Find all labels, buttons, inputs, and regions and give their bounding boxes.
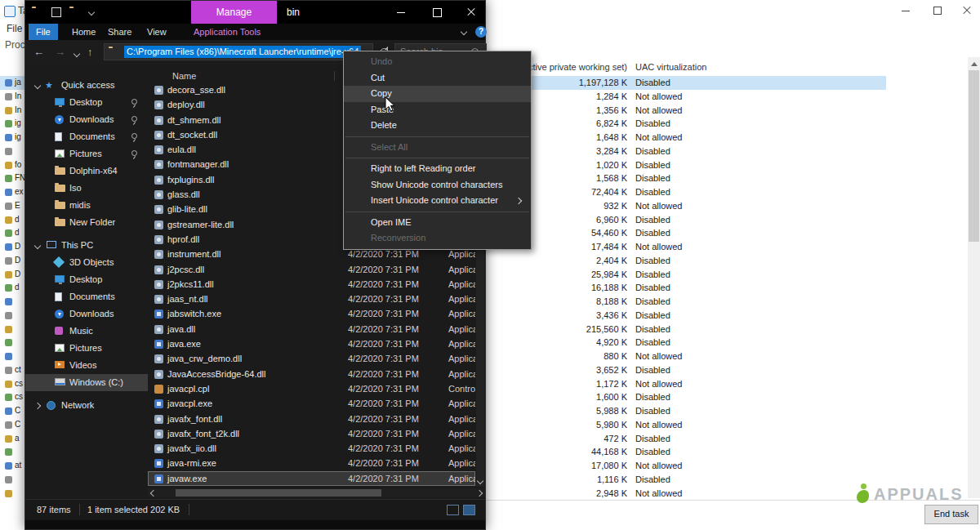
process-row-fragment[interactable]: D (0, 268, 24, 282)
file-row[interactable]: javacpl.exe4/2/2020 7:31 PMApplica (148, 396, 475, 411)
sidebar-item-iso[interactable]: Iso (25, 180, 148, 197)
context-menu-item-show-unicode-control-characters[interactable]: Show Unicode control characters (344, 177, 531, 194)
explorer-minimize-button[interactable] (388, 1, 414, 24)
process-row[interactable]: 72,404 KDisabled (486, 185, 886, 199)
process-row-fragment[interactable] (0, 295, 24, 309)
process-row[interactable]: 1,284 KNot allowed (486, 90, 886, 104)
process-row[interactable]: 4,920 KDisabled (486, 336, 886, 350)
scroll-right-icon[interactable] (476, 490, 483, 497)
tm-menu-file[interactable]: File (7, 23, 22, 34)
forward-icon[interactable]: → (55, 46, 65, 58)
history-chevron-icon[interactable] (74, 51, 80, 57)
file-row[interactable]: javaw.exe4/2/2020 7:31 PMApplica (148, 471, 475, 486)
tab-share[interactable]: Share (100, 24, 139, 40)
column-divider[interactable] (334, 71, 335, 81)
list-horizontal-scrollbar[interactable] (148, 488, 485, 497)
process-row-fragment[interactable]: a (0, 432, 24, 446)
properties-icon[interactable] (51, 7, 61, 17)
process-row-fragment[interactable]: cs (0, 377, 24, 391)
process-row[interactable]: 25,984 KDisabled (486, 268, 886, 282)
scroll-left-icon[interactable] (150, 490, 157, 497)
process-row-fragment[interactable]: C (0, 418, 24, 432)
explorer-close-button[interactable] (456, 1, 487, 24)
context-menu-item-right-to-left-reading-order[interactable]: Right to left Reading order (344, 161, 531, 177)
sidebar-item-desktop[interactable]: Desktop (25, 94, 148, 111)
process-row-fragment[interactable]: d (0, 281, 24, 295)
file-row[interactable]: javafx_font.dll4/2/2020 7:31 PMApplica (148, 412, 475, 426)
process-row[interactable]: 6,960 KDisabled (486, 213, 886, 227)
context-menu-item-delete[interactable]: Delete (344, 118, 531, 134)
file-row[interactable]: JavaAccessBridge-64.dll4/2/2020 7:31 PMA… (148, 367, 475, 381)
file-row[interactable]: java.exe4/2/2020 7:31 PMApplica (148, 336, 475, 351)
sidebar-item-music[interactable]: Music (25, 323, 148, 340)
process-row-fragment[interactable]: D (0, 254, 24, 268)
tm-close-button[interactable] (954, 0, 980, 21)
sidebar-section-quick-access[interactable]: ★Quick access (25, 77, 148, 94)
process-row-fragment[interactable]: cs (0, 390, 24, 404)
sidebar-item-dolphin-x64[interactable]: Dolphin-x64 (25, 163, 148, 180)
process-row[interactable]: 1,197,128 KDisabled (486, 76, 886, 90)
process-row-fragment[interactable]: at (0, 459, 24, 473)
process-row[interactable]: 215,560 KDisabled (486, 323, 886, 336)
process-row[interactable]: 1,356 KNot allowed (486, 104, 886, 118)
file-row[interactable]: javafx_iio.dll4/2/2020 7:31 PMApplica (148, 441, 475, 456)
context-menu-item-copy[interactable]: Copy (344, 86, 531, 102)
file-row[interactable]: javafx_font_t2k.dll4/2/2020 7:31 PMAppli… (148, 426, 475, 441)
up-icon[interactable]: ↑ (87, 46, 93, 58)
tm-tab-processes[interactable]: Proc (5, 39, 25, 51)
sidebar-item-downloads[interactable]: Downloads (25, 305, 148, 323)
context-menu-item-cut[interactable]: Cut (344, 70, 531, 87)
sidebar-item-windows-c[interactable]: Windows (C:) (25, 374, 148, 391)
process-row[interactable]: 2,404 KDisabled (486, 254, 886, 268)
manage-contextual-tab[interactable]: Manage (191, 1, 277, 24)
sidebar-item-3d-objects[interactable]: 3D Objects (25, 254, 148, 271)
process-row[interactable]: 880 KNot allowed (486, 350, 886, 363)
qat-customize-chevron-icon[interactable] (88, 9, 95, 16)
process-row[interactable]: 1,600 KDisabled (486, 390, 886, 404)
sidebar-item-new-folder[interactable]: New Folder (25, 214, 148, 231)
address-bar[interactable]: C:\Program Files (x86)\Minecraft Launche… (104, 43, 373, 60)
ribbon-collapse-icon[interactable] (461, 29, 467, 35)
sidebar-item-pictures[interactable]: Pictures (25, 340, 148, 357)
process-row[interactable]: 5,988 KDisabled (486, 404, 886, 418)
process-row-fragment[interactable]: FN (0, 171, 24, 185)
explorer-maximize-button[interactable] (424, 1, 450, 24)
process-row-fragment[interactable]: ct (0, 363, 24, 377)
process-row-fragment[interactable]: C (0, 404, 24, 418)
scrollbar-thumb[interactable] (176, 489, 381, 497)
address-path[interactable]: C:\Program Files (x86)\Minecraft Launche… (124, 46, 361, 58)
sidebar-item-downloads[interactable]: Downloads (25, 111, 148, 128)
process-row-fragment[interactable]: d (0, 226, 24, 240)
file-row[interactable]: java_crw_demo.dll4/2/2020 7:31 PMApplica (148, 351, 475, 366)
details-view-icon[interactable] (447, 505, 459, 515)
file-row[interactable]: java.dll4/2/2020 7:31 PMApplica (148, 322, 475, 336)
sidebar-section-this-pc[interactable]: This PC (25, 237, 148, 254)
process-row[interactable]: 8,188 KDisabled (486, 295, 886, 309)
scrollbar-thumb[interactable] (969, 70, 979, 242)
process-row[interactable]: 1,172 KNot allowed (486, 377, 886, 391)
file-row[interactable]: jaas_nt.dll4/2/2020 7:31 PMApplica (148, 292, 475, 306)
process-row-fragment[interactable] (0, 309, 24, 323)
process-row-fragment[interactable]: fo (0, 158, 24, 172)
process-row-fragment[interactable]: E (0, 199, 24, 213)
thumbnail-view-icon[interactable] (463, 505, 475, 515)
tm-minimize-button[interactable] (890, 0, 921, 21)
process-row[interactable]: 932 KNot allowed (486, 199, 886, 213)
process-row[interactable]: 17,080 KNot allowed (486, 459, 886, 473)
column-header-uac-virtualization[interactable]: UAC virtualization (635, 62, 706, 72)
tm-maximize-button[interactable] (922, 0, 953, 21)
process-row-fragment[interactable] (0, 336, 24, 350)
process-row-fragment[interactable]: ig (0, 131, 24, 145)
process-row[interactable]: 3,284 KDisabled (486, 145, 886, 158)
column-header-name[interactable]: Name (172, 69, 196, 82)
process-row[interactable]: 1,020 KDisabled (486, 158, 886, 172)
file-row[interactable]: javacpl.cpl4/2/2020 7:31 PMContro (148, 381, 475, 396)
process-row[interactable]: 2,948 KNot allowed (486, 487, 886, 501)
process-row[interactable]: 5,980 KNot allowed (486, 418, 886, 432)
process-row-fragment[interactable]: In (0, 104, 24, 118)
context-menu-item-open-ime[interactable]: Open IME (344, 215, 531, 231)
process-row-fragment[interactable]: In (0, 90, 24, 104)
process-row-fragment[interactable]: d (0, 213, 24, 227)
process-row[interactable]: 1,568 KDisabled (486, 171, 886, 185)
context-menu-item-insert-unicode-control-character[interactable]: Insert Unicode control character (344, 193, 531, 209)
